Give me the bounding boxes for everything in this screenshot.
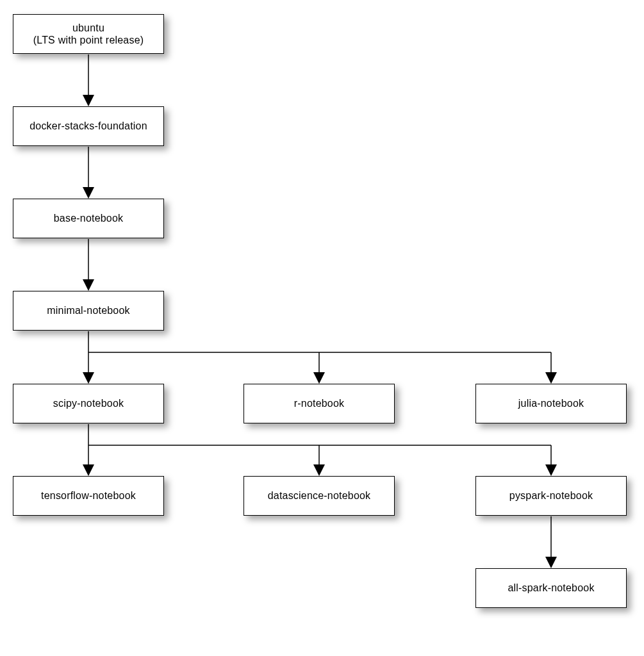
node-pyspark-notebook: pyspark-notebook xyxy=(475,476,627,516)
node-label: all-spark-notebook xyxy=(508,582,594,594)
node-label: ubuntu (LTS with point release) xyxy=(33,22,144,46)
node-label: pyspark-notebook xyxy=(509,489,593,502)
node-r-notebook: r-notebook xyxy=(244,384,395,423)
node-tensorflow-notebook: tensorflow-notebook xyxy=(13,476,164,516)
node-label: scipy-notebook xyxy=(53,397,124,409)
node-label: julia-notebook xyxy=(518,397,584,409)
node-scipy-notebook: scipy-notebook xyxy=(13,384,164,423)
node-datascience-notebook: datascience-notebook xyxy=(244,476,395,516)
node-label: datascience-notebook xyxy=(268,489,371,502)
node-label: minimal-notebook xyxy=(47,304,129,316)
node-label: docker-stacks-foundation xyxy=(29,120,147,132)
node-label: tensorflow-notebook xyxy=(41,489,136,502)
node-julia-notebook: julia-notebook xyxy=(475,384,627,423)
diagram-canvas: ubuntu (LTS with point release) docker-s… xyxy=(0,0,644,656)
node-all-spark-notebook: all-spark-notebook xyxy=(475,568,627,608)
node-minimal-notebook: minimal-notebook xyxy=(13,291,164,331)
node-base-notebook: base-notebook xyxy=(13,199,164,238)
node-label: r-notebook xyxy=(294,397,345,409)
node-label: base-notebook xyxy=(54,212,123,224)
node-docker-stacks-foundation: docker-stacks-foundation xyxy=(13,106,164,146)
node-ubuntu: ubuntu (LTS with point release) xyxy=(13,14,164,54)
